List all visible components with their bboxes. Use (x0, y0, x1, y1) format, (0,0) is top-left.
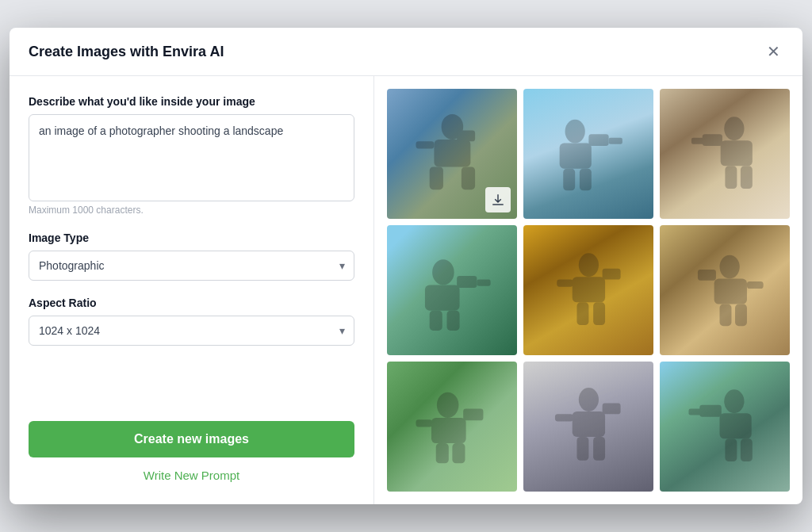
svg-point-30 (719, 255, 739, 278)
grid-image-5 (523, 225, 653, 355)
modal-header: Create Images with Envira AI ✕ (10, 28, 802, 76)
svg-rect-17 (741, 166, 753, 189)
right-panel (374, 76, 802, 504)
svg-rect-16 (725, 166, 737, 189)
image-overlay-6 (660, 225, 790, 355)
svg-rect-21 (477, 279, 490, 285)
image-overlay-9 (660, 362, 790, 492)
modal-body: Describe what you'd like inside your ima… (10, 76, 802, 504)
modal-title: Create Images with Envira AI (29, 44, 224, 60)
download-icon (491, 193, 505, 207)
svg-rect-2 (457, 130, 475, 141)
svg-rect-50 (699, 404, 722, 416)
svg-point-36 (436, 392, 458, 417)
svg-rect-38 (463, 408, 483, 420)
grid-image-1 (387, 89, 517, 219)
grid-image-2 (523, 89, 653, 219)
photographer-silhouette-7 (407, 381, 498, 473)
create-images-button[interactable]: Create new images (29, 421, 354, 457)
image-overlay-2 (523, 89, 653, 219)
aspect-ratio-wrapper: 1024 x 1024 512 x 512 768 x 512 512 x 76… (29, 316, 354, 346)
prompt-textarea[interactable]: an image of a photographer shooting a la… (29, 114, 354, 201)
svg-rect-5 (461, 166, 474, 189)
photographer-silhouette-3 (680, 109, 771, 200)
svg-rect-39 (416, 419, 432, 427)
modal-dialog: Create Images with Envira AI ✕ Describe … (10, 28, 802, 504)
grid-image-4 (387, 225, 517, 355)
svg-rect-31 (714, 278, 746, 304)
svg-rect-43 (572, 411, 604, 436)
svg-rect-49 (719, 413, 751, 438)
grid-image-3 (660, 89, 790, 219)
char-limit-text: Maximum 1000 characters. (29, 205, 354, 216)
svg-rect-41 (452, 443, 465, 463)
svg-rect-10 (563, 168, 575, 190)
svg-point-24 (578, 253, 598, 277)
svg-rect-19 (425, 285, 460, 310)
svg-rect-23 (446, 310, 459, 330)
photographer-silhouette-4 (407, 245, 498, 336)
aspect-ratio-section: Aspect Ratio 1024 x 1024 512 x 512 768 x… (29, 297, 354, 346)
svg-rect-11 (580, 168, 592, 190)
svg-rect-40 (435, 443, 448, 463)
image-type-select[interactable]: Photographic Digital Art Illustration Sk… (29, 251, 354, 281)
svg-rect-1 (434, 140, 470, 166)
svg-rect-20 (457, 276, 477, 288)
left-panel: Describe what you'd like inside your ima… (10, 76, 374, 504)
close-button[interactable]: ✕ (764, 40, 783, 63)
svg-rect-34 (719, 304, 731, 326)
svg-rect-22 (429, 310, 442, 330)
action-section: Create new images Write New Prompt (29, 421, 354, 485)
svg-rect-53 (741, 438, 753, 461)
close-icon: ✕ (767, 44, 780, 59)
svg-rect-9 (608, 137, 622, 144)
svg-rect-52 (725, 438, 737, 461)
svg-rect-37 (431, 418, 466, 443)
svg-rect-26 (602, 268, 620, 279)
svg-rect-47 (593, 437, 605, 461)
write-prompt-button[interactable]: Write New Prompt (29, 465, 354, 485)
svg-rect-45 (555, 414, 573, 421)
prompt-label: Describe what you'd like inside your ima… (29, 95, 354, 108)
svg-rect-8 (588, 134, 608, 146)
svg-point-12 (724, 117, 744, 140)
svg-point-48 (724, 389, 744, 413)
photographer-silhouette-5 (543, 245, 634, 336)
aspect-ratio-label: Aspect Ratio (29, 297, 354, 309)
aspect-ratio-select[interactable]: 1024 x 1024 512 x 512 768 x 512 512 x 76… (29, 316, 354, 346)
photographer-silhouette-8 (543, 381, 634, 473)
svg-rect-3 (416, 141, 434, 148)
image-grid (387, 89, 790, 492)
svg-rect-15 (691, 137, 705, 144)
image-overlay-5 (523, 225, 653, 355)
photographer-silhouette-2 (543, 109, 634, 200)
svg-rect-33 (747, 281, 764, 289)
svg-rect-13 (720, 140, 752, 166)
svg-rect-7 (559, 143, 591, 168)
image-type-wrapper: Photographic Digital Art Illustration Sk… (29, 251, 354, 281)
grid-image-8 (523, 362, 653, 492)
photographer-silhouette-9 (680, 381, 771, 473)
prompt-section: Describe what you'd like inside your ima… (29, 95, 354, 216)
svg-rect-46 (576, 437, 588, 461)
svg-rect-25 (572, 277, 604, 302)
grid-image-6 (660, 225, 790, 355)
svg-rect-32 (698, 270, 716, 281)
grid-image-9 (660, 362, 790, 492)
download-button-1[interactable] (485, 187, 511, 212)
photographer-silhouette-1 (407, 109, 498, 200)
svg-rect-28 (576, 302, 588, 325)
svg-rect-35 (735, 304, 747, 326)
image-overlay-4 (387, 225, 517, 355)
image-overlay-7 (387, 362, 517, 492)
svg-rect-29 (593, 302, 605, 325)
svg-rect-51 (688, 408, 701, 415)
image-overlay-3 (660, 89, 790, 219)
svg-rect-44 (602, 403, 620, 414)
svg-rect-14 (702, 134, 722, 146)
grid-image-7 (387, 362, 517, 492)
svg-point-6 (565, 119, 584, 143)
image-type-section: Image Type Photographic Digital Art Illu… (29, 232, 354, 281)
svg-point-18 (432, 259, 454, 285)
photographer-silhouette-6 (680, 245, 771, 336)
